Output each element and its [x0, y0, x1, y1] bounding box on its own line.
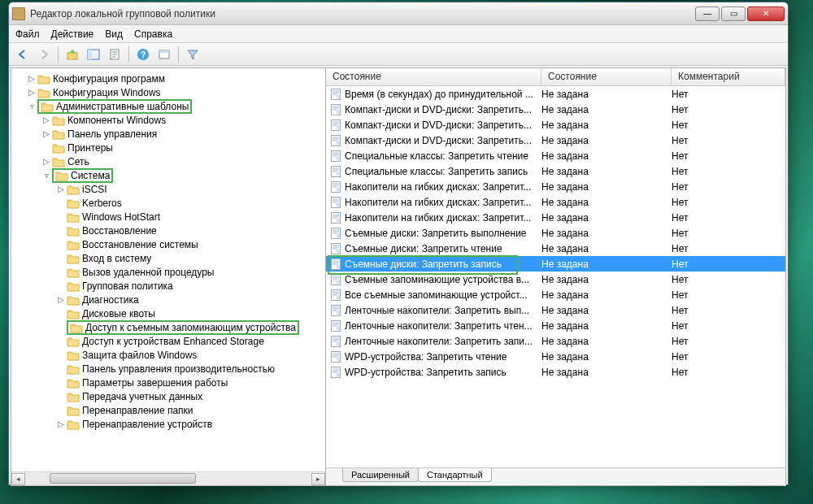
tree-item[interactable]: ▷Сеть	[11, 154, 325, 168]
folder-icon	[52, 156, 65, 167]
policy-row[interactable]: Специальные классы: Запретить записьНе з…	[326, 163, 785, 179]
policy-row[interactable]: Накопители на гибких дисках: Запретит...…	[326, 194, 785, 210]
policy-name: WPD-устройства: Запретить запись	[345, 367, 541, 378]
policy-status: Не задана	[541, 119, 672, 131]
tree-item[interactable]: ▷Конфигурация Windows	[11, 85, 325, 99]
close-button[interactable]: ✕	[747, 7, 785, 21]
tree-item[interactable]: ▷Конфигурация программ	[11, 72, 325, 85]
menu-view[interactable]: Вид	[105, 28, 123, 40]
tree-item[interactable]: Групповая политика	[11, 279, 325, 293]
policy-row[interactable]: Ленточные накопители: Запретить запи...Н…	[326, 333, 785, 349]
expand-icon[interactable]: ▷	[55, 419, 67, 428]
expand-icon[interactable]: ▷	[41, 129, 52, 138]
help-button[interactable]: ?	[134, 46, 152, 63]
tree-item[interactable]: Передача учетных данных	[11, 389, 325, 403]
column-comment[interactable]: Комментарий	[672, 68, 785, 85]
tree-item[interactable]: Восстановление	[11, 224, 325, 237]
policy-row[interactable]: Съемные запоминающие устройства в...Не з…	[326, 272, 785, 287]
folder-icon	[67, 253, 80, 264]
tree-item[interactable]: ▷Панель управления	[11, 127, 325, 141]
policy-row[interactable]: Все съемные запоминающие устройст...Не з…	[326, 287, 785, 302]
tab-extended[interactable]: Расширенный	[342, 468, 419, 482]
tree-item[interactable]: Перенаправление папки	[11, 403, 325, 417]
tree-item[interactable]: ▷iSCSI	[11, 182, 325, 196]
policy-status: Не задана	[541, 351, 672, 363]
properties-button[interactable]	[155, 46, 173, 63]
policy-row[interactable]: Ленточные накопители: Запретить вып...Не…	[326, 302, 785, 318]
titlebar[interactable]: Редактор локальной групповой политики — …	[9, 2, 788, 25]
policy-status: Не задана	[541, 336, 672, 347]
policy-name: Компакт-диски и DVD-диски: Запретить...	[345, 104, 541, 115]
tree-item[interactable]: Доступ к устройствам Enhanced Storage	[11, 334, 325, 348]
tree-item[interactable]: Параметры завершения работы	[11, 376, 325, 389]
tree-item[interactable]: Вызов удаленной процедуры	[11, 265, 325, 279]
tree-item[interactable]: Дисковые квоты	[11, 306, 325, 320]
filter-button[interactable]	[184, 46, 202, 63]
policy-comment: Нет	[672, 305, 785, 316]
policy-row[interactable]: WPD-устройства: Запретить записьНе задан…	[326, 364, 785, 380]
tree-hscrollbar[interactable]: ◂ ▸	[11, 471, 325, 485]
tree-item-label: Перенаправление папки	[82, 405, 193, 416]
policy-row[interactable]: Накопители на гибких дисках: Запретит...…	[326, 179, 785, 194]
forward-button[interactable]	[35, 46, 53, 63]
export-button[interactable]	[106, 46, 124, 63]
policy-row[interactable]: Компакт-диски и DVD-диски: Запретить...Н…	[326, 102, 785, 117]
expand-icon[interactable]: ▷	[26, 74, 37, 83]
minimize-button[interactable]: —	[695, 7, 720, 21]
expand-icon[interactable]: ▷	[55, 185, 67, 193]
svg-point-39	[337, 326, 341, 330]
scroll-right-icon[interactable]: ▸	[311, 473, 325, 485]
expand-icon[interactable]: ▷	[55, 295, 67, 304]
menu-action[interactable]: Действие	[51, 28, 94, 40]
policy-row[interactable]: Время (в секундах) до принудительной ...…	[326, 86, 785, 102]
collapse-icon[interactable]: ▿	[41, 171, 52, 180]
policy-row[interactable]: WPD-устройства: Запретить чтениеНе задан…	[326, 349, 785, 364]
policy-list[interactable]: Время (в секундах) до принудительной ...…	[326, 86, 785, 467]
policy-row[interactable]: Съемные диски: Запретить выполнениеНе за…	[326, 225, 785, 241]
scroll-left-icon[interactable]: ◂	[11, 473, 25, 485]
policy-status: Не задана	[541, 89, 672, 100]
maximize-button[interactable]: ▭	[721, 7, 746, 21]
menu-file[interactable]: Файл	[15, 28, 40, 40]
tree-item[interactable]: ▿Система	[11, 168, 325, 182]
view-tabs: Расширенный Стандартный	[326, 467, 785, 485]
show-hide-tree-button[interactable]	[85, 46, 102, 63]
scroll-thumb[interactable]	[50, 473, 196, 484]
column-state[interactable]: Состояние	[326, 68, 541, 85]
tree-item[interactable]: ▷Компоненты Windows	[11, 113, 325, 127]
tree-item[interactable]: Панель управления производительностью	[11, 362, 325, 376]
policy-row[interactable]: Компакт-диски и DVD-диски: Запретить...Н…	[326, 133, 785, 148]
expand-icon[interactable]: ▷	[41, 157, 52, 166]
policy-row[interactable]: Съемные диски: Запретить записьНе задана…	[326, 256, 785, 272]
folder-icon	[67, 267, 80, 278]
expand-icon[interactable]: ▷	[26, 88, 37, 97]
policy-row[interactable]: Съемные диски: Запретить чтениеНе задана…	[326, 241, 785, 256]
tree-item[interactable]: ▷Диагностика	[11, 293, 325, 306]
tree-item[interactable]: Вход в систему	[11, 251, 325, 265]
tree-item[interactable]: Kerberos	[11, 196, 325, 210]
tree-view[interactable]: ▷Конфигурация программ▷Конфигурация Wind…	[11, 68, 325, 471]
tree-item[interactable]: Принтеры	[11, 141, 325, 154]
expand-icon[interactable]: ▷	[41, 115, 52, 124]
policy-row[interactable]: Специальные классы: Запретить чтениеНе з…	[326, 148, 785, 163]
up-button[interactable]	[63, 46, 81, 63]
tree-item[interactable]: ▷Перенаправление устройств	[11, 417, 325, 431]
policy-row[interactable]: Накопители на гибких дисках: Запретит...…	[326, 210, 785, 225]
collapse-icon[interactable]: ▿	[26, 102, 37, 111]
back-button[interactable]	[14, 46, 32, 63]
tree-item[interactable]: Windows HotStart	[11, 210, 325, 224]
tree-item[interactable]: ▿Административные шаблоны	[11, 99, 325, 113]
policy-name: Ленточные накопители: Запретить запи...	[345, 336, 541, 347]
tree-item-label: Восстановление системы	[82, 239, 198, 250]
policy-status: Не задана	[541, 166, 672, 177]
tree-item[interactable]: Защита файлов Windows	[11, 348, 325, 362]
tree-item[interactable]: Восстановление системы	[11, 237, 325, 251]
menu-help[interactable]: Справка	[134, 28, 172, 40]
folder-icon	[67, 391, 80, 402]
column-status[interactable]: Состояние	[541, 68, 672, 85]
policy-row[interactable]: Ленточные накопители: Запретить чтен...Н…	[326, 318, 785, 333]
tree-item[interactable]: Доступ к съемным запоминающим устройства	[11, 320, 325, 334]
policy-row[interactable]: Компакт-диски и DVD-диски: Запретить...Н…	[326, 117, 785, 133]
tab-standard[interactable]: Стандартный	[418, 468, 492, 482]
policy-icon	[329, 88, 342, 101]
